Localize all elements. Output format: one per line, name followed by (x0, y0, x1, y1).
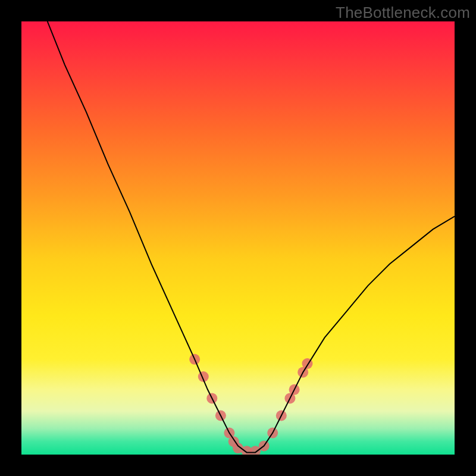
gradient-background (21, 21, 455, 455)
chart-svg (21, 21, 455, 455)
watermark-text: TheBottleneck.com (336, 4, 470, 22)
plot-area (21, 21, 455, 455)
chart-frame: TheBottleneck.com (0, 0, 476, 476)
